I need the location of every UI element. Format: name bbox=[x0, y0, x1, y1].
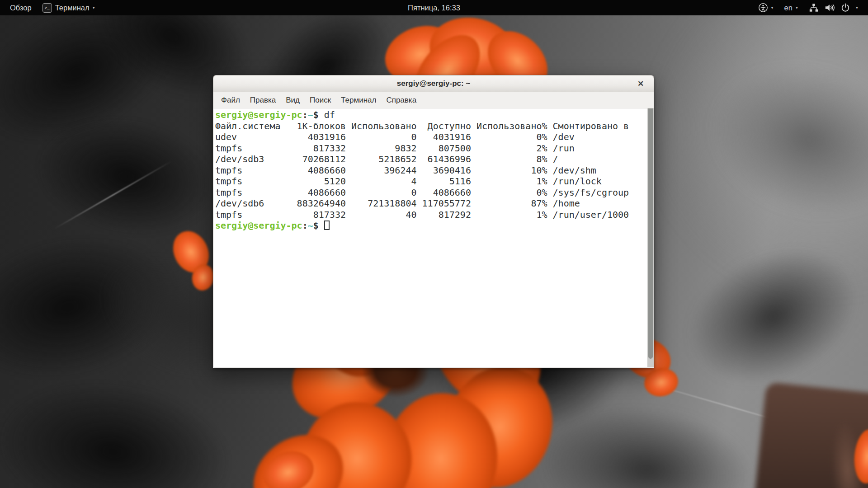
topbar-left: Обзор >_ Терминал ▾ bbox=[5, 0, 100, 15]
terminal-cursor bbox=[324, 221, 330, 230]
keyboard-layout-label: en bbox=[784, 4, 793, 12]
terminal-app-icon: >_ bbox=[42, 3, 52, 13]
app-menu-label: Терминал bbox=[55, 4, 90, 12]
prompt-symbol: $ bbox=[313, 220, 319, 231]
clock-button[interactable]: Пятница, 16:33 bbox=[402, 0, 466, 15]
power-icon bbox=[840, 3, 850, 13]
terminal-output-line: /dev/sdb3 70268112 5218652 61436996 8% / bbox=[215, 154, 646, 165]
scrollbar-thumb[interactable] bbox=[648, 108, 653, 359]
terminal-output-line: tmpfs 5120 4 5116 1% /run/lock bbox=[215, 176, 646, 187]
clock-label: Пятница, 16:33 bbox=[408, 4, 460, 12]
terminal-output: Файл.система 1К-блоков Использовано Дост… bbox=[215, 121, 646, 221]
menu-item[interactable]: Справка bbox=[381, 92, 421, 108]
titlebar[interactable]: sergiy@sergiy-pc: ~ ✕ bbox=[213, 75, 654, 92]
menu-item[interactable]: Правка bbox=[245, 92, 281, 108]
menu-item[interactable]: Файл bbox=[216, 92, 245, 108]
chevron-down-icon: ▾ bbox=[93, 5, 95, 10]
prompt-separator: : bbox=[302, 109, 308, 120]
prompt-separator: : bbox=[302, 220, 308, 231]
menu-item[interactable]: Поиск bbox=[305, 92, 336, 108]
app-menu-button[interactable]: >_ Терминал ▾ bbox=[37, 0, 100, 15]
activities-label: Обзор bbox=[10, 4, 32, 12]
chevron-down-icon: ▾ bbox=[856, 5, 858, 10]
terminal-scrollbar[interactable] bbox=[647, 108, 654, 367]
volume-icon bbox=[824, 3, 835, 13]
terminal-output-line: Файл.система 1К-блоков Использовано Дост… bbox=[215, 121, 646, 132]
prompt-user-host: sergiy@sergiy-pc bbox=[215, 220, 302, 231]
activities-button[interactable]: Обзор bbox=[5, 0, 37, 15]
topbar-right: ▾ en ▾ bbox=[753, 0, 863, 15]
accessibility-icon bbox=[758, 3, 768, 13]
prompt-symbol: $ bbox=[313, 109, 319, 120]
network-wired-icon bbox=[809, 3, 819, 13]
terminal-output-line: tmpfs 817332 9832 807500 2% /run bbox=[215, 143, 646, 154]
accessibility-menu-button[interactable]: ▾ bbox=[753, 0, 779, 15]
terminal-output-line: tmpfs 817332 40 817292 1% /run/user/1000 bbox=[215, 209, 646, 221]
terminal-prompt-line: sergiy@sergiy-pc:~$ df bbox=[215, 109, 646, 121]
terminal-content[interactable]: sergiy@sergiy-pc:~$ df Файл.система 1К-б… bbox=[213, 108, 654, 367]
terminal-output-line: tmpfs 4086660 396244 3690416 10% /dev/sh… bbox=[215, 165, 646, 176]
keyboard-layout-button[interactable]: en ▾ bbox=[779, 0, 803, 15]
prompt-user-host: sergiy@sergiy-pc bbox=[215, 109, 302, 120]
chevron-down-icon: ▾ bbox=[796, 5, 798, 10]
prompt-path: ~ bbox=[308, 220, 313, 231]
close-button[interactable]: ✕ bbox=[633, 75, 648, 92]
window-title: sergiy@sergiy-pc: ~ bbox=[397, 79, 471, 88]
terminal-output-line: udev 4031916 0 4031916 0% /dev bbox=[215, 131, 646, 143]
menu-bar: Файл Правка Вид Поиск Терминал Справка bbox=[213, 92, 654, 108]
prompt-path: ~ bbox=[308, 109, 313, 120]
command-text: df bbox=[319, 109, 335, 120]
system-menu-button[interactable]: ▾ bbox=[803, 0, 863, 15]
terminal-output-line: tmpfs 4086660 0 4086660 0% /sys/fs/cgrou… bbox=[215, 187, 646, 198]
terminal-prompt-line: sergiy@sergiy-pc:~$ bbox=[215, 220, 646, 231]
terminal-output-line: /dev/sdb6 883264940 721318804 117055772 … bbox=[215, 198, 646, 209]
terminal-window: sergiy@sergiy-pc: ~ ✕ Файл Правка Вид По… bbox=[213, 75, 654, 368]
chevron-down-icon: ▾ bbox=[771, 5, 774, 10]
top-bar: Обзор >_ Терминал ▾ Пятница, 16:33 ▾ en bbox=[0, 0, 868, 15]
menu-item[interactable]: Терминал bbox=[336, 92, 381, 108]
menu-item[interactable]: Вид bbox=[281, 92, 305, 108]
